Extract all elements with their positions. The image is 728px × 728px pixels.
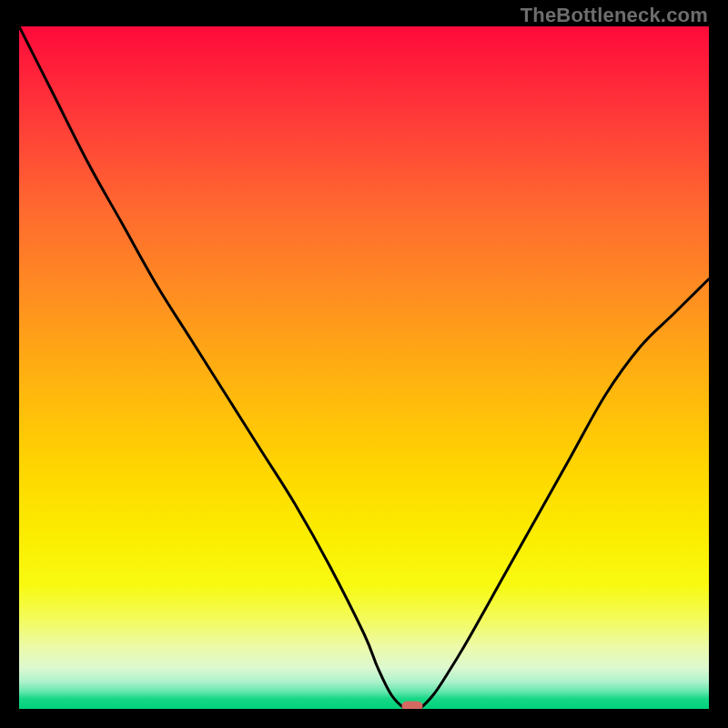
minimum-marker xyxy=(402,702,423,710)
bottleneck-curve xyxy=(19,26,709,709)
plot-area xyxy=(19,26,709,709)
watermark-text: TheBottleneck.com xyxy=(521,4,708,27)
chart-frame: TheBottleneck.com xyxy=(0,0,728,728)
